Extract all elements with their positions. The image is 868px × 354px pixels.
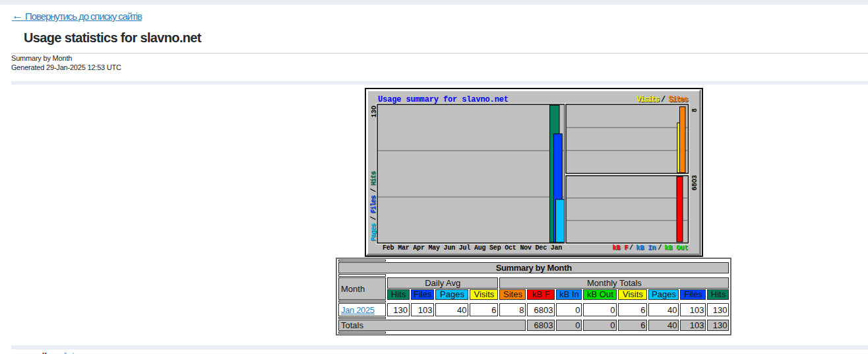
svg-text:Visits: Visits: [636, 95, 660, 104]
svg-text:Sites: Sites: [669, 95, 689, 104]
svg-text:13O: 13O: [371, 106, 378, 118]
svg-text:kB Out: kB Out: [664, 244, 688, 252]
svg-text:kB F: kB F: [613, 244, 629, 252]
svg-text:/: /: [629, 244, 633, 252]
svg-text:8: 8: [691, 108, 698, 112]
svg-text:68O3: 68O3: [691, 175, 698, 191]
svg-text:kB In: kB In: [636, 244, 656, 252]
svg-text:/: /: [658, 244, 662, 252]
svg-text:/: /: [661, 95, 666, 104]
svg-text:Pages / Files / Hits: Pages / Files / Hits: [370, 171, 377, 241]
svg-text:Usage summary for slavno.net: Usage summary for slavno.net: [378, 95, 509, 104]
svg-text:Feb Mar Apr May Jun Jul Aug Se: Feb Mar Apr May Jun Jul Aug Sep Oct Nov …: [383, 244, 562, 252]
